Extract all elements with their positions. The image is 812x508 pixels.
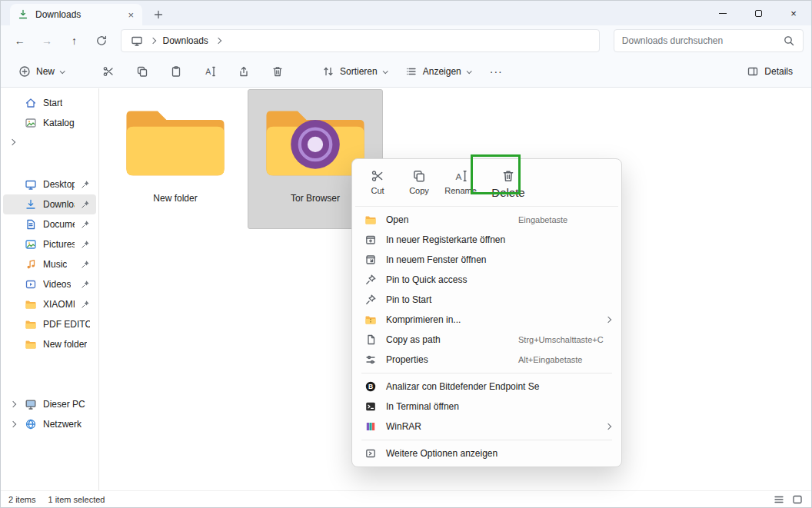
tab-close-button[interactable]: × — [126, 10, 135, 20]
tab-downloads[interactable]: Downloads × — [10, 4, 142, 25]
back-button[interactable]: ← — [8, 29, 31, 52]
clipboard-icon — [170, 65, 182, 78]
minimize-icon — [719, 13, 727, 14]
rename-label: Rename — [444, 186, 477, 195]
pin-icon — [364, 274, 377, 286]
menu-item-open-new-tab[interactable]: In neuer Registerkarte öffnen — [355, 230, 618, 250]
file-name: New folder — [153, 193, 197, 204]
selected-count: 1 item selected — [48, 495, 105, 504]
trash-icon — [501, 169, 515, 183]
menu-item-pin-quick-access[interactable]: Pin to Quick access — [355, 270, 618, 290]
rename-button[interactable]: A Rename — [443, 166, 478, 197]
search-icon — [783, 35, 795, 47]
delete-button[interactable]: Delete — [484, 166, 532, 201]
new-button[interactable]: New — [13, 61, 69, 82]
new-window-icon — [364, 254, 377, 266]
window-controls: × — [705, 1, 811, 25]
menu-item-open[interactable]: Open Eingabetaste — [355, 210, 618, 230]
menu-item-pin-start[interactable]: Pin to Start — [355, 290, 618, 310]
refresh-button[interactable] — [90, 29, 112, 52]
cut-button[interactable]: Cut — [360, 166, 395, 197]
desktop-icon — [25, 178, 37, 191]
up-button[interactable]: ↑ — [63, 29, 85, 52]
document-icon — [25, 218, 37, 231]
sidebar-expander[interactable] — [1, 133, 98, 151]
sidebar-item-katalog[interactable]: Katalog — [3, 113, 96, 133]
chevron-right-icon — [215, 38, 221, 44]
menu-item-show-more-options[interactable]: Weitere Optionen anzeigen — [355, 443, 618, 463]
scissors-icon — [371, 169, 384, 183]
search-input[interactable] — [622, 35, 777, 46]
forward-button[interactable]: → — [35, 29, 58, 52]
close-button[interactable]: × — [776, 1, 811, 25]
menu-item-copy-as-path[interactable]: Copy as path Strg+Umschalttaste+C — [355, 330, 618, 350]
menu-item-compress[interactable]: Komprimieren in... — [355, 310, 618, 330]
chevron-right-icon — [10, 401, 16, 407]
share-button[interactable] — [231, 61, 257, 82]
sidebar-item-start[interactable]: Start — [3, 93, 96, 113]
folder-icon — [25, 318, 37, 330]
menu-separator — [361, 440, 612, 440]
copy-path-icon — [364, 334, 377, 346]
titlebar: Downloads × × — [1, 1, 811, 25]
sidebar-item-videos[interactable]: Videos — [3, 274, 96, 294]
list-view-toggle[interactable] — [773, 493, 785, 506]
menu-item-open-new-window[interactable]: In neuem Fenster öffnen — [355, 250, 618, 270]
winrar-icon — [364, 420, 377, 433]
sidebar-item-pdf-editor[interactable]: PDF EDITOR — [3, 314, 96, 334]
tab-title: Downloads — [35, 9, 120, 20]
file-tile-new-folder[interactable]: New folder — [108, 90, 243, 230]
menu-item-winrar[interactable]: WinRAR — [355, 417, 618, 437]
chevron-down-icon — [382, 68, 388, 74]
sidebar-item-netzwerk[interactable]: Netzwerk — [3, 414, 96, 434]
navigation-bar: ← → ↑ Downloads — [1, 25, 811, 56]
folder-icon — [25, 298, 37, 310]
address-bar[interactable]: Downloads — [121, 29, 600, 52]
pc-icon — [25, 398, 37, 410]
new-tab-button[interactable] — [148, 5, 168, 24]
cut-button[interactable] — [95, 61, 121, 82]
sidebar-item-dieser-pc[interactable]: Dieser PC — [3, 394, 96, 414]
sidebar-item-new-folder[interactable]: New folder — [3, 334, 96, 354]
sidebar-item-music[interactable]: Music — [3, 254, 96, 274]
bitdefender-icon: B — [364, 380, 377, 393]
pin-icon — [81, 280, 90, 289]
more-options-icon — [364, 447, 377, 460]
videos-icon — [25, 278, 37, 291]
view-button[interactable]: Anzeigen — [400, 61, 476, 82]
items-count: 2 items — [8, 495, 35, 504]
details-button[interactable]: Details — [740, 61, 799, 82]
menu-item-open-terminal[interactable]: In Terminal öffnen — [355, 397, 618, 417]
menu-item-properties[interactable]: Properties Alt+Eingabetaste — [355, 350, 618, 370]
minimize-button[interactable] — [705, 1, 740, 25]
zip-folder-icon — [364, 314, 377, 326]
terminal-icon — [364, 400, 377, 413]
maximize-button[interactable] — [740, 1, 776, 25]
sort-button[interactable]: Sortieren — [317, 61, 392, 82]
search-bar[interactable] — [614, 29, 804, 52]
delete-button[interactable] — [265, 61, 291, 82]
copy-label: Copy — [409, 186, 429, 195]
pin-icon — [81, 180, 90, 189]
sort-icon — [322, 65, 334, 78]
plus-icon — [154, 10, 163, 19]
sidebar-item-desktop[interactable]: Desktop — [3, 174, 96, 194]
copy-button[interactable] — [129, 61, 155, 82]
scissors-icon — [102, 65, 115, 78]
sidebar-item-pictures[interactable]: Pictures — [3, 234, 96, 254]
copy-button[interactable]: Copy — [401, 166, 437, 197]
refresh-icon — [95, 35, 108, 47]
thumbnail-view-toggle[interactable] — [791, 493, 804, 506]
menu-item-bitdefender-scan[interactable]: B Analizar con Bitdefender Endpoint Se — [355, 377, 618, 397]
cut-label: Cut — [371, 186, 384, 195]
pin-icon — [81, 300, 90, 309]
rename-button[interactable]: A — [197, 61, 223, 82]
more-options-button[interactable]: ··· — [484, 62, 509, 81]
sidebar-item-documents[interactable]: Documents — [3, 214, 96, 234]
sidebar-item-downloads[interactable]: Downloads — [3, 194, 96, 214]
breadcrumb-segment[interactable]: Downloads — [163, 35, 208, 46]
paste-button[interactable] — [163, 61, 189, 82]
copy-icon — [412, 169, 426, 183]
sidebar-item-xiaomi-poco-f[interactable]: XIAOMI POCO F — [3, 294, 96, 314]
folder-large-icon — [121, 102, 229, 182]
